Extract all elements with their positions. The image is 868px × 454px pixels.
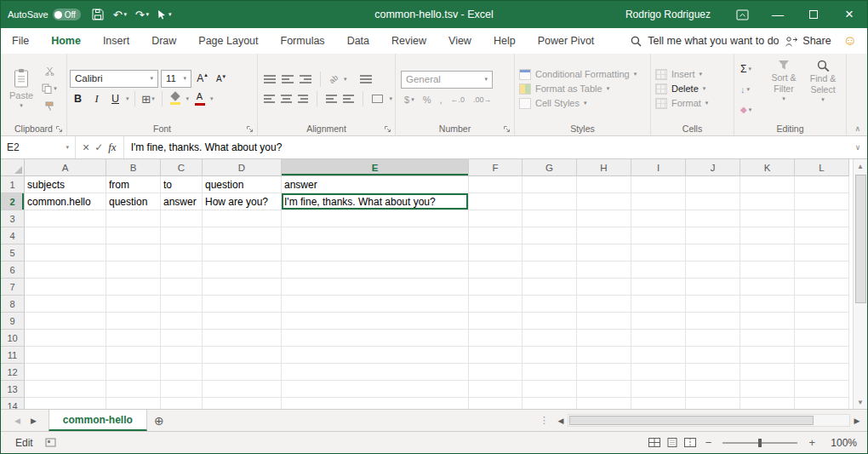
- styles-button-format-as-table[interactable]: Format as Table▾: [519, 83, 637, 95]
- cell-D2[interactable]: How are you?: [203, 193, 282, 210]
- cell-I6[interactable]: [631, 261, 686, 279]
- page-layout-view-icon[interactable]: [666, 438, 678, 447]
- cell-B1[interactable]: from: [106, 176, 161, 193]
- cell-A8[interactable]: [25, 296, 106, 313]
- zoom-out-icon[interactable]: −: [702, 436, 716, 449]
- cell-D4[interactable]: [203, 227, 282, 244]
- cell-K1[interactable]: [740, 176, 795, 193]
- cell-L4[interactable]: [795, 227, 849, 244]
- cell-F2[interactable]: [469, 193, 523, 210]
- cell-G9[interactable]: [523, 313, 577, 330]
- scroll-right-icon[interactable]: ▶: [850, 417, 864, 425]
- cell-D10[interactable]: [203, 330, 282, 347]
- cell-H11[interactable]: [577, 347, 631, 364]
- format-painter-button[interactable]: [39, 99, 60, 114]
- row-header-5[interactable]: 5: [1, 244, 25, 261]
- cell-B14[interactable]: [106, 398, 161, 409]
- clear-button[interactable]: ◆▾: [740, 105, 762, 114]
- align-top-icon[interactable]: [264, 75, 276, 83]
- comma-format-button[interactable]: ,: [436, 92, 445, 107]
- cell-G5[interactable]: [523, 244, 577, 261]
- ribbon-tab-data[interactable]: Data: [336, 28, 380, 54]
- cell-A5[interactable]: [25, 244, 106, 261]
- cell-F4[interactable]: [469, 227, 523, 244]
- cell-J13[interactable]: [686, 381, 740, 398]
- cell-K3[interactable]: [740, 210, 795, 227]
- cell-I1[interactable]: [631, 176, 686, 193]
- cell-H4[interactable]: [577, 227, 631, 244]
- row-header-4[interactable]: 4: [1, 227, 25, 244]
- number-dialog-launcher-icon[interactable]: [503, 125, 511, 133]
- cell-I12[interactable]: [631, 364, 686, 381]
- cell-C13[interactable]: [161, 381, 203, 398]
- cell-D14[interactable]: [203, 398, 282, 409]
- cell-D6[interactable]: [203, 261, 282, 279]
- formula-input[interactable]: I'm fine, thanks. What about you?: [124, 136, 848, 158]
- ribbon-tab-page-layout[interactable]: Page Layout: [187, 28, 269, 54]
- cell-K6[interactable]: [740, 261, 795, 279]
- cell-F13[interactable]: [469, 381, 523, 398]
- name-box[interactable]: E2▾: [1, 136, 76, 158]
- cell-L6[interactable]: [795, 261, 849, 279]
- page-break-view-icon[interactable]: [684, 438, 696, 447]
- cell-J5[interactable]: [686, 244, 740, 261]
- cell-C7[interactable]: [161, 279, 203, 296]
- cell-L12[interactable]: [795, 364, 849, 381]
- ribbon-tab-draw[interactable]: Draw: [140, 28, 187, 54]
- cell-D5[interactable]: [203, 244, 282, 261]
- cell-I7[interactable]: [631, 279, 686, 296]
- cell-C9[interactable]: [161, 313, 203, 330]
- cell-E3[interactable]: [282, 210, 469, 227]
- cell-E8[interactable]: [282, 296, 469, 313]
- cell-F1[interactable]: [469, 176, 523, 193]
- cell-J1[interactable]: [686, 176, 740, 193]
- save-button[interactable]: [88, 4, 108, 25]
- col-header-C[interactable]: C: [161, 159, 203, 176]
- cell-F14[interactable]: [469, 398, 523, 409]
- cell-H7[interactable]: [577, 279, 631, 296]
- ribbon-tab-view[interactable]: View: [437, 28, 483, 54]
- cell-K14[interactable]: [740, 398, 795, 409]
- vertical-scroll-thumb[interactable]: [855, 175, 866, 303]
- increase-indent-icon[interactable]: [343, 95, 354, 103]
- align-center-icon[interactable]: [281, 95, 292, 103]
- cell-I2[interactable]: [631, 193, 686, 210]
- cell-G13[interactable]: [523, 381, 577, 398]
- cell-D11[interactable]: [203, 347, 282, 364]
- cell-I3[interactable]: [631, 210, 686, 227]
- zoom-level[interactable]: 100%: [825, 437, 857, 449]
- cell-E2[interactable]: I'm fine, thanks. What about you?: [282, 193, 469, 210]
- cell-K11[interactable]: [740, 347, 795, 364]
- row-header-12[interactable]: 12: [1, 364, 25, 381]
- cell-B12[interactable]: [106, 364, 161, 381]
- zoom-in-icon[interactable]: +: [805, 436, 819, 449]
- col-header-L[interactable]: L: [795, 159, 849, 176]
- cell-E5[interactable]: [282, 244, 469, 261]
- styles-button-conditional-formatting[interactable]: Conditional Formatting▾: [519, 69, 637, 80]
- share-button[interactable]: Share: [785, 35, 831, 47]
- cell-H10[interactable]: [577, 330, 631, 347]
- cell-H13[interactable]: [577, 381, 631, 398]
- row-header-7[interactable]: 7: [1, 279, 25, 296]
- cell-L11[interactable]: [795, 347, 849, 364]
- cell-A6[interactable]: [25, 261, 106, 279]
- cell-H9[interactable]: [577, 313, 631, 330]
- paste-button[interactable]: Paste ▾: [3, 56, 39, 121]
- enter-icon[interactable]: ✓: [94, 141, 103, 153]
- cell-A1[interactable]: subjects: [25, 176, 106, 193]
- fill-button[interactable]: ↓▾: [740, 84, 762, 95]
- horizontal-scroll-thumb[interactable]: [569, 416, 814, 425]
- cell-B9[interactable]: [106, 313, 161, 330]
- cell-F6[interactable]: [469, 261, 523, 279]
- cell-D7[interactable]: [203, 279, 282, 296]
- cell-J8[interactable]: [686, 296, 740, 313]
- row-header-6[interactable]: 6: [1, 261, 25, 279]
- cell-D9[interactable]: [203, 313, 282, 330]
- cell-C10[interactable]: [161, 330, 203, 347]
- minimize-button[interactable]: —: [760, 1, 796, 28]
- cell-J3[interactable]: [686, 210, 740, 227]
- vertical-scrollbar[interactable]: ▲ ▼: [853, 159, 867, 409]
- cell-L9[interactable]: [795, 313, 849, 330]
- decrease-decimal-icon[interactable]: .00→: [470, 92, 495, 107]
- align-middle-icon[interactable]: [282, 75, 294, 83]
